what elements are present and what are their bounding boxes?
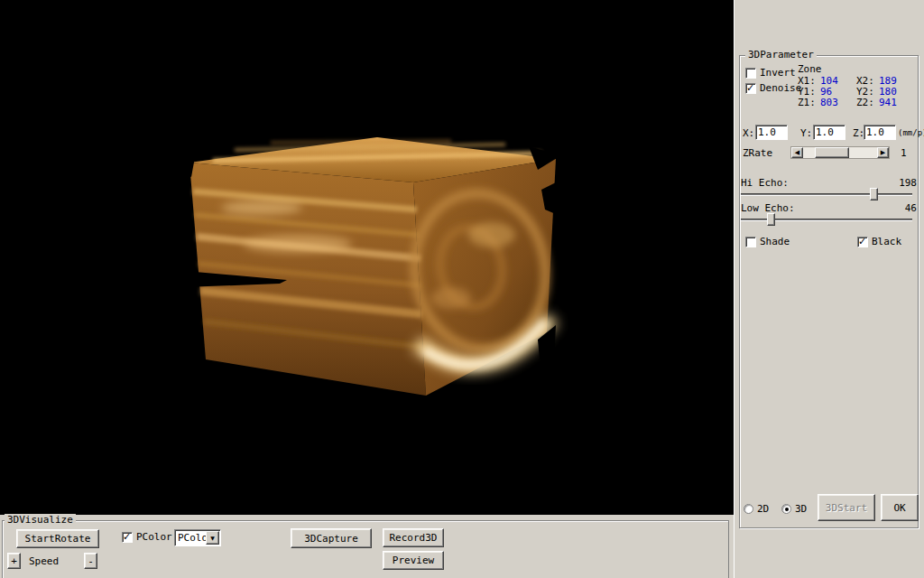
- speed-label: Speed: [29, 555, 59, 567]
- zrate-label: ZRate: [743, 147, 772, 159]
- hi-echo-slider-track: [741, 193, 912, 195]
- denoise-checkbox[interactable]: ✓: [745, 83, 756, 94]
- start-rotate-button[interactable]: StartRotate: [16, 529, 99, 548]
- zone-title: Zone: [798, 63, 822, 75]
- invert-label: Invert: [760, 67, 796, 79]
- mode-3d-radio[interactable]: [781, 504, 791, 514]
- hi-echo-slider-thumb[interactable]: [870, 188, 878, 200]
- black-label: Black: [872, 236, 901, 247]
- x-scale-field[interactable]: [755, 125, 788, 140]
- zrate-scrollbar[interactable]: ◀ ▶: [790, 146, 890, 159]
- z-scale-field[interactable]: [864, 125, 896, 140]
- speed-minus-button[interactable]: -: [84, 553, 97, 569]
- check-icon: ✓: [858, 236, 866, 247]
- denoise-label: Denoise: [760, 82, 801, 94]
- hi-echo-slider[interactable]: [741, 188, 912, 200]
- speed-plus-button[interactable]: +: [7, 553, 21, 569]
- dropdown-arrow-icon[interactable]: ▼: [206, 531, 219, 545]
- ultrasound-3d-render: [0, 0, 734, 515]
- ok-button[interactable]: OK: [881, 494, 919, 521]
- pcolor-checkbox[interactable]: ✓: [122, 532, 133, 543]
- mode-2d-label: 2D: [757, 503, 769, 515]
- zone-z1-value: 803: [820, 97, 838, 108]
- pcolor-dropdown[interactable]: PColor ▼: [174, 529, 221, 546]
- preview-button[interactable]: Preview: [383, 551, 444, 570]
- visualize-group-title: 3DVisualize: [5, 514, 76, 527]
- shade-checkbox[interactable]: ✓: [745, 237, 756, 247]
- record-3d-button[interactable]: Record3D: [383, 528, 444, 547]
- parameter-panel: 3DParameter ✓ Invert ✓ Denoise Zone X1: …: [734, 0, 924, 578]
- zone-z1-label: Z1:: [798, 97, 816, 108]
- start3d-button[interactable]: 3DStart: [818, 494, 875, 521]
- invert-checkbox[interactable]: ✓: [745, 68, 756, 79]
- mode-2d-radio[interactable]: [744, 504, 753, 514]
- parameter-group-title: 3DParameter: [745, 49, 817, 61]
- visualize-panel: 3DVisualize StartRotate + Speed - ✓ PCol…: [0, 515, 734, 578]
- low-echo-slider-thumb[interactable]: [767, 213, 775, 226]
- check-icon: ✓: [746, 82, 754, 94]
- pcolor-checkbox-label: PColor: [136, 531, 172, 543]
- shade-label: Shade: [760, 236, 790, 247]
- scroll-right-icon[interactable]: ▶: [877, 147, 889, 158]
- y-scale-label: Y:: [800, 127, 812, 139]
- render-viewport[interactable]: [0, 0, 734, 515]
- zrate-value: 1: [901, 147, 907, 159]
- check-icon: ✓: [123, 531, 131, 543]
- mode-3d-label: 3D: [795, 503, 807, 515]
- zone-z2-label: Z2:: [856, 97, 874, 108]
- zrate-scrollbar-thumb[interactable]: [815, 147, 849, 158]
- scale-unit-label: (mm/p): [898, 127, 924, 139]
- y-scale-field[interactable]: [813, 125, 845, 140]
- low-echo-slider[interactable]: [741, 213, 912, 226]
- zone-z2-value: 941: [879, 97, 897, 108]
- black-checkbox[interactable]: ✓: [857, 237, 868, 247]
- scroll-left-icon[interactable]: ◀: [791, 147, 803, 158]
- x-scale-label: X:: [743, 127, 754, 139]
- 3d-capture-button[interactable]: 3DCapture: [291, 528, 372, 548]
